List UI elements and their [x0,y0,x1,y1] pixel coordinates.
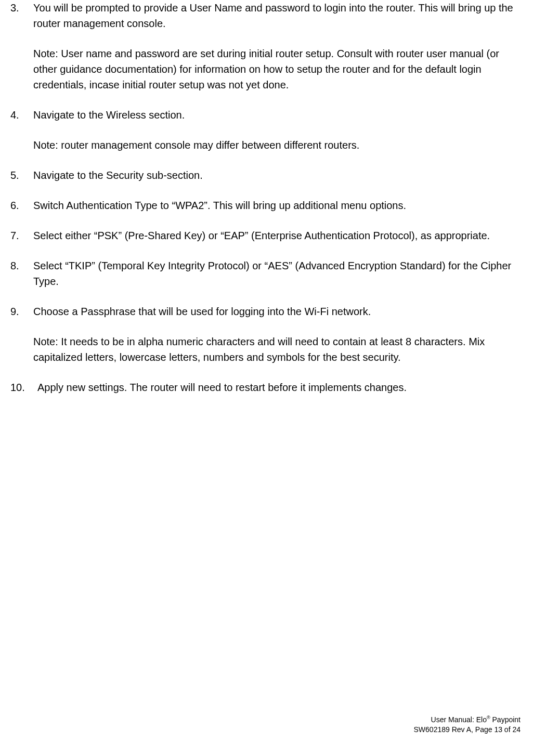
paragraph-note: Note: It needs to be in alpha numeric ch… [33,334,523,365]
paragraph: Navigate to the Wireless section. [33,107,523,123]
list-number: 4. [10,107,33,123]
registered-mark: ® [487,715,490,720]
list-content: You will be prompted to provide a User N… [33,0,523,93]
paragraph-note: Note: User name and password are set dur… [33,46,523,93]
list-number: 3. [10,0,33,16]
list-number: 6. [10,198,33,213]
paragraph: Choose a Passphrase that will be used fo… [33,304,523,319]
paragraph: Switch Authentication Type to “WPA2”. Th… [33,198,523,213]
list-content: Navigate to the Wireless section. Note: … [33,107,523,153]
list-item-7: 7. Select either “PSK” (Pre-Shared Key) … [10,228,523,243]
page: 3. You will be prompted to provide a Use… [0,0,533,756]
list-number: 5. [10,167,33,183]
paragraph: Apply new settings. The router will need… [37,380,523,395]
list-content: Switch Authentication Type to “WPA2”. Th… [33,198,523,213]
list-item-9: 9. Choose a Passphrase that will be used… [10,304,523,365]
list-content: Apply new settings. The router will need… [37,380,523,395]
paragraph: You will be prompted to provide a User N… [33,0,523,31]
list-number: 8. [10,258,33,273]
paragraph-note: Note: router management console may diff… [33,137,523,153]
list-number: 7. [10,228,33,243]
list-content: Choose a Passphrase that will be used fo… [33,304,523,365]
list-number: 10. [10,380,37,395]
list-item-5: 5. Navigate to the Security sub-section. [10,167,523,183]
list-number: 9. [10,304,33,319]
list-item-10: 10. Apply new settings. The router will … [10,380,523,395]
list-content: Select either “PSK” (Pre-Shared Key) or … [33,228,523,243]
paragraph: Select either “PSK” (Pre-Shared Key) or … [33,228,523,243]
paragraph: Select “TKIP” (Temporal Key Integrity Pr… [33,258,523,289]
list-item-4: 4. Navigate to the Wireless section. Not… [10,107,523,153]
page-footer: User Manual: Elo® Paypoint SW602189 Rev … [414,714,521,735]
list-item-3: 3. You will be prompted to provide a Use… [10,0,523,93]
ordered-list: 3. You will be prompted to provide a Use… [0,0,523,395]
list-content: Navigate to the Security sub-section. [33,167,523,183]
list-content: Select “TKIP” (Temporal Key Integrity Pr… [33,258,523,289]
list-item-6: 6. Switch Authentication Type to “WPA2”.… [10,198,523,213]
footer-line-1: User Manual: Elo® Paypoint [414,714,521,725]
footer-text: Paypoint [490,715,521,724]
footer-text: User Manual: Elo [431,715,487,724]
paragraph: Navigate to the Security sub-section. [33,167,523,183]
footer-line-2: SW602189 Rev A, Page 13 of 24 [414,725,521,735]
list-item-8: 8. Select “TKIP” (Temporal Key Integrity… [10,258,523,289]
